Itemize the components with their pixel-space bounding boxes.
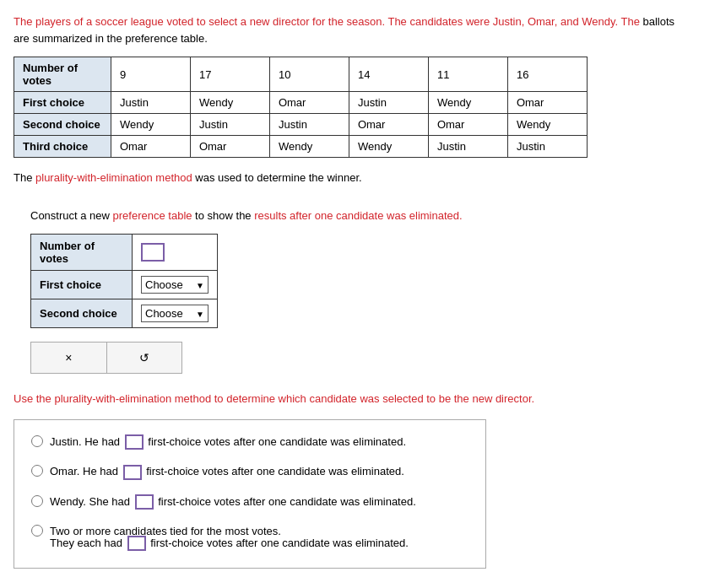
table-row-second: Second choice Choose Justin Omar Wendy	[31, 299, 218, 328]
cell-first-5: Wendy	[428, 92, 507, 114]
cell-votes-1: 9	[111, 57, 190, 92]
cell-third-6: Justin	[507, 136, 587, 158]
option-justin-row: Justin. He had first-choice votes after …	[31, 434, 468, 450]
new-row-label-first: First choice	[31, 271, 133, 299]
main-preference-table: Number of votes 9 17 10 14 11 16 First c…	[14, 57, 588, 158]
option-omar-label: Omar. He had first-choice votes after on…	[50, 463, 404, 480]
wendy-votes-display[interactable]	[135, 494, 154, 510]
new-row-label-second: Second choice	[31, 299, 133, 328]
new-preference-table: Number of votes First choice Choose Just…	[30, 234, 218, 328]
cell-third-4: Wendy	[349, 136, 428, 158]
cell-third-1: Omar	[111, 136, 190, 158]
cell-first-6: Omar	[507, 92, 587, 114]
cell-second-1: Wendy	[111, 114, 190, 136]
radio-tie[interactable]	[31, 525, 43, 537]
use-text: Use the plurality-with-elimination metho…	[14, 391, 690, 407]
table-row: Third choice Omar Omar Wendy Wendy Justi…	[14, 136, 588, 158]
option-omar-row: Omar. He had first-choice votes after on…	[31, 463, 468, 480]
radio-omar[interactable]	[31, 465, 43, 477]
cell-first-4: Justin	[349, 92, 428, 114]
cell-third-5: Justin	[428, 136, 507, 158]
new-votes-cell[interactable]	[133, 235, 218, 271]
table-row: Number of votes 9 17 10 14 11 16	[14, 57, 588, 92]
new-row-label-votes: Number of votes	[31, 235, 133, 271]
construct-text: Construct a new preference table to show…	[30, 208, 690, 224]
row-label: Number of votes	[14, 57, 111, 92]
first-choice-wrapper[interactable]: Choose Justin Omar Wendy	[141, 276, 208, 294]
option-justin-label: Justin. He had first-choice votes after …	[50, 434, 406, 450]
omar-votes-display[interactable]	[123, 465, 142, 480]
cell-votes-6: 16	[507, 57, 587, 92]
option-wendy-label: Wendy. She had first-choice votes after …	[50, 494, 416, 510]
table-row-first: First choice Choose Justin Omar Wendy	[31, 271, 218, 299]
new-first-choice-cell[interactable]: Choose Justin Omar Wendy	[133, 271, 218, 299]
button-group: × ↺	[30, 342, 182, 374]
second-choice-select[interactable]: Choose Justin Omar Wendy	[141, 305, 208, 322]
cell-votes-3: 10	[269, 57, 349, 92]
radio-wendy[interactable]	[31, 495, 43, 507]
option-wendy-row: Wendy. She had first-choice votes after …	[31, 494, 468, 510]
row-label: Third choice	[14, 136, 111, 158]
clear-button[interactable]: ×	[31, 343, 107, 373]
new-second-choice-cell[interactable]: Choose Justin Omar Wendy	[133, 299, 218, 328]
second-choice-wrapper[interactable]: Choose Justin Omar Wendy	[141, 305, 208, 322]
tie-sub-option: They each had first-choice votes after o…	[50, 535, 468, 552]
first-choice-select[interactable]: Choose Justin Omar Wendy	[141, 276, 208, 294]
cell-second-6: Wendy	[507, 114, 587, 136]
cell-votes-5: 11	[428, 57, 507, 92]
table-row-votes: Number of votes	[31, 235, 218, 271]
reset-button[interactable]: ↺	[107, 343, 182, 373]
cell-second-5: Omar	[428, 114, 507, 136]
cell-first-1: Justin	[111, 92, 190, 114]
method-text: The plurality-with-elimination method wa…	[14, 170, 690, 186]
table-row: First choice Justin Wendy Omar Justin We…	[14, 92, 588, 114]
cell-third-3: Wendy	[269, 136, 349, 158]
cell-second-4: Omar	[349, 114, 428, 136]
cell-votes-2: 17	[190, 57, 269, 92]
cell-second-3: Justin	[269, 114, 349, 136]
cell-votes-4: 14	[349, 57, 428, 92]
tie-votes-display[interactable]	[127, 536, 146, 551]
cell-third-2: Omar	[190, 136, 269, 158]
radio-justin[interactable]	[31, 435, 43, 447]
cell-first-3: Omar	[269, 92, 349, 114]
cell-first-2: Wendy	[190, 92, 269, 114]
table-row: Second choice Wendy Justin Justin Omar O…	[14, 114, 588, 136]
justin-votes-display[interactable]	[125, 434, 144, 450]
row-label: First choice	[14, 92, 111, 114]
action-buttons-container: × ↺	[30, 342, 690, 374]
votes-input[interactable]	[141, 243, 165, 262]
row-label: Second choice	[14, 114, 111, 136]
intro-paragraph: The players of a soccer league voted to …	[14, 13, 690, 46]
cell-second-2: Justin	[190, 114, 269, 136]
answer-box: Justin. He had first-choice votes after …	[14, 419, 486, 569]
